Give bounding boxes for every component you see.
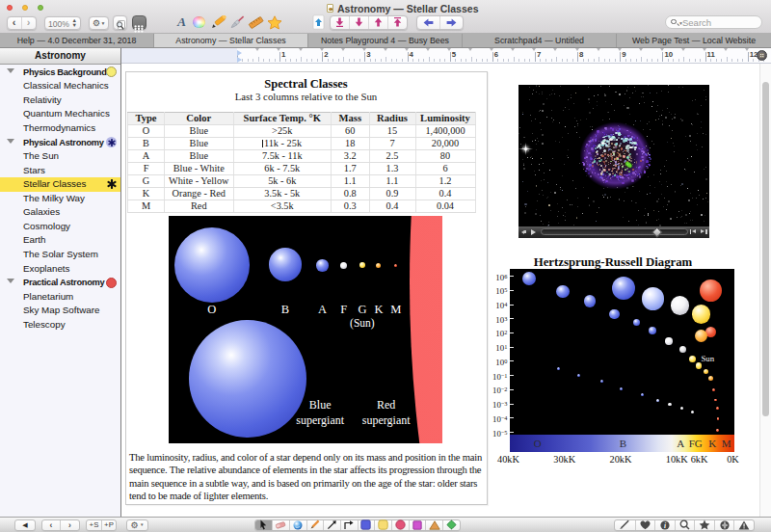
left-indent-marker[interactable] bbox=[237, 57, 242, 63]
star-sizes-figure[interactable]: OBAFGKM(Sun)BluesupergiantRedsupergiant bbox=[169, 216, 442, 443]
table-cell[interactable]: Red bbox=[165, 200, 234, 213]
tab-3[interactable]: Notes Playground 4 — Busy Bees bbox=[308, 34, 463, 47]
tool-connector-arrow[interactable] bbox=[340, 520, 358, 530]
tool-arrow-line[interactable] bbox=[323, 520, 340, 530]
table-cell[interactable]: 11k - 25k bbox=[233, 138, 332, 150]
find-document-button[interactable] bbox=[113, 15, 127, 30]
tool-eraser[interactable] bbox=[272, 520, 289, 530]
zoom-stepper-icon[interactable]: ▲▼ bbox=[72, 18, 77, 29]
paintbrush-icon[interactable] bbox=[229, 14, 245, 30]
table-cell[interactable]: 1.7 bbox=[332, 163, 370, 175]
sidebar-item-the-milky-way[interactable]: The Milky Way bbox=[0, 192, 120, 206]
forward-button[interactable]: › bbox=[21, 17, 36, 29]
table-cell[interactable]: A bbox=[128, 150, 165, 163]
tab-1[interactable]: Help — 4.0 December 31, 2018 bbox=[0, 34, 154, 47]
table-cell[interactable]: M bbox=[128, 200, 165, 213]
button-alert-triangle[interactable] bbox=[733, 520, 754, 530]
table-cell[interactable]: 3.2 bbox=[332, 150, 370, 163]
sheet-action-gear-button[interactable]: ⚙ ▼ bbox=[126, 519, 148, 531]
table-cell[interactable]: Blue - White bbox=[165, 163, 234, 175]
table-cell[interactable]: 1.1 bbox=[369, 175, 415, 188]
table-cell[interactable]: 7.5k - 11k bbox=[233, 150, 332, 163]
move-down-button[interactable] bbox=[349, 16, 368, 29]
sidebar-item-practical-astronomy[interactable]: Practical Astronomy bbox=[0, 276, 120, 290]
ruler-options-button[interactable] bbox=[757, 50, 767, 61]
text-figure-card[interactable]: Spectral Classes Last 3 columns relative… bbox=[125, 71, 488, 505]
search-input[interactable]: ▼ Search bbox=[665, 15, 762, 29]
document-ruler[interactable]: 123456789101112 bbox=[121, 48, 771, 64]
button-info-circle[interactable]: i bbox=[654, 520, 675, 530]
table-cell[interactable]: 80 bbox=[415, 150, 475, 163]
sidebar-header[interactable]: Astronomy bbox=[0, 48, 120, 65]
sidebar-item-galaxies[interactable]: Galaxies bbox=[0, 205, 120, 220]
close-window-button[interactable] bbox=[7, 5, 13, 11]
step-back-button[interactable] bbox=[690, 228, 698, 235]
tool-green-diamond[interactable] bbox=[442, 520, 460, 530]
page-canvas[interactable]: Spectral Classes Last 3 columns relative… bbox=[121, 64, 759, 517]
star-favorite-icon[interactable] bbox=[267, 14, 282, 30]
button-navigate-circle[interactable] bbox=[714, 520, 734, 530]
sidebar-item-stellar-classes[interactable]: Stellar Classes bbox=[0, 177, 120, 192]
button-search-magnifier[interactable] bbox=[675, 520, 695, 530]
back-button[interactable]: ‹ bbox=[8, 17, 21, 29]
add-page-button[interactable]: +P bbox=[101, 520, 116, 530]
table-cell[interactable]: O bbox=[128, 125, 165, 138]
disclosure-triangle-icon[interactable] bbox=[7, 68, 14, 73]
supernova-movie-player[interactable] bbox=[518, 85, 710, 238]
timeline-track[interactable] bbox=[541, 228, 688, 235]
disclosure-triangle-icon[interactable] bbox=[7, 139, 14, 144]
play-button[interactable] bbox=[531, 229, 536, 235]
table-cell[interactable]: Blue bbox=[165, 150, 234, 163]
table-cell[interactable]: 3.5k - 5k bbox=[233, 188, 332, 200]
sidebar-item-physical-astronomy[interactable]: Physical Astronomy bbox=[0, 136, 120, 150]
tab-2[interactable]: Astronomy — Stellar Classes bbox=[154, 34, 308, 47]
table-cell[interactable]: 18 bbox=[332, 138, 370, 150]
table-cell[interactable]: K bbox=[128, 188, 165, 200]
table-cell[interactable]: 20,000 bbox=[415, 138, 475, 150]
move-to-top-button[interactable] bbox=[387, 16, 407, 29]
next-page-button[interactable] bbox=[439, 16, 463, 29]
action-gear-button[interactable]: ⚙ ▼ bbox=[89, 16, 109, 30]
sidebar-item-thermodynamics[interactable]: Thermodynamics bbox=[0, 121, 120, 136]
publish-page-icon[interactable] bbox=[311, 14, 325, 30]
table-cell[interactable]: Blue bbox=[165, 138, 234, 150]
move-to-bottom-button[interactable] bbox=[331, 16, 349, 29]
table-cell[interactable]: <3.5k bbox=[233, 200, 332, 213]
sidebar-item-planetarium[interactable]: Planetarium bbox=[0, 290, 120, 305]
tool-magenta-square[interactable] bbox=[409, 520, 426, 530]
table-cell[interactable]: 15 bbox=[369, 125, 415, 138]
sidebar-item-the-solar-system[interactable]: The Solar System bbox=[0, 248, 120, 262]
sidebar-item-stars[interactable]: Stars bbox=[0, 164, 120, 178]
table-cell[interactable]: 0.4 bbox=[415, 188, 475, 200]
first-line-indent-marker[interactable] bbox=[237, 50, 242, 56]
table-cell[interactable]: Orange - Red bbox=[165, 188, 234, 200]
sidebar-item-exoplanets[interactable]: Exoplanets bbox=[0, 262, 120, 277]
table-cell[interactable]: 1.2 bbox=[415, 175, 475, 188]
table-cell[interactable]: 0.9 bbox=[369, 188, 415, 200]
table-cell[interactable]: 60 bbox=[332, 125, 370, 138]
move-up-button[interactable] bbox=[368, 16, 387, 29]
button-favorite-heart[interactable] bbox=[635, 520, 655, 530]
table-cell[interactable]: 0.3 bbox=[332, 200, 370, 213]
spectral-classes-table[interactable]: TypeColorSurface Temp. °KMassRadiusLumin… bbox=[127, 112, 476, 213]
table-cell[interactable]: Blue bbox=[165, 125, 234, 138]
table-cell[interactable]: 6 bbox=[415, 163, 475, 175]
table-cell[interactable]: 7 bbox=[369, 138, 415, 150]
scrollbar-thumb[interactable] bbox=[762, 82, 769, 416]
tool-yellow-square[interactable] bbox=[374, 520, 391, 530]
flip-back-button[interactable]: ◀ bbox=[14, 519, 36, 531]
button-annotate-pencil[interactable] bbox=[615, 520, 635, 530]
zoom-level-control[interactable]: 100% ▲▼ bbox=[44, 16, 81, 30]
table-cell[interactable]: 2.5 bbox=[369, 150, 415, 163]
table-cell[interactable]: 6k - 7.5k bbox=[233, 163, 332, 175]
table-cell[interactable]: >25k bbox=[233, 125, 332, 138]
volume-icon[interactable] bbox=[521, 229, 528, 235]
color-wheel-icon[interactable] bbox=[193, 14, 205, 30]
sidebar-item-sky-map-software[interactable]: Sky Map Software bbox=[0, 304, 120, 318]
font-style-icon[interactable]: A bbox=[176, 14, 187, 30]
sidebar-item-quantum-mechanics[interactable]: Quantum Mechanics bbox=[0, 107, 120, 121]
table-cell[interactable]: 0.4 bbox=[369, 200, 415, 213]
tool-red-circle[interactable] bbox=[391, 520, 409, 530]
sidebar-item-telescopy[interactable]: Telescopy bbox=[0, 318, 120, 332]
grid-view-button[interactable] bbox=[132, 15, 146, 30]
